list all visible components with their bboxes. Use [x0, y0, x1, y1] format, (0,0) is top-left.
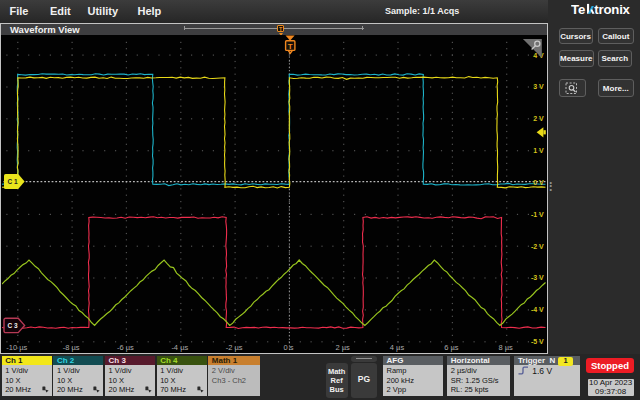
svg-text:4 µs: 4 µs	[390, 343, 405, 352]
svg-text:Te: Te	[571, 2, 585, 17]
svg-text:1 V: 1 V	[533, 147, 544, 154]
svg-text:C 1: C 1	[7, 178, 18, 185]
svg-text:-5 V: -5 V	[531, 338, 544, 345]
svg-text:0 V: 0 V	[533, 178, 544, 185]
svg-text:T: T	[288, 41, 293, 50]
svg-text:-1 V: -1 V	[531, 210, 544, 217]
svg-text:2 µs: 2 µs	[336, 343, 351, 352]
svg-text:-2 V: -2 V	[531, 242, 544, 249]
svg-text:-3 V: -3 V	[531, 274, 544, 281]
svg-text:-4 µs: -4 µs	[171, 343, 188, 352]
svg-text:6 µs: 6 µs	[444, 343, 459, 352]
svg-text:-8 µs: -8 µs	[63, 343, 80, 352]
svg-text:-4 V: -4 V	[531, 306, 544, 313]
svg-text:C 3: C 3	[7, 321, 18, 328]
svg-text:tronix: tronix	[594, 2, 630, 17]
svg-text:8 µs: 8 µs	[499, 343, 514, 352]
svg-text:2 V: 2 V	[533, 115, 544, 122]
svg-text:0 s: 0 s	[283, 343, 293, 352]
svg-text:3 V: 3 V	[533, 83, 544, 90]
svg-text:-2 µs: -2 µs	[226, 343, 243, 352]
svg-text:-6 µs: -6 µs	[117, 343, 134, 352]
svg-text:-10 µs: -10 µs	[6, 343, 27, 352]
